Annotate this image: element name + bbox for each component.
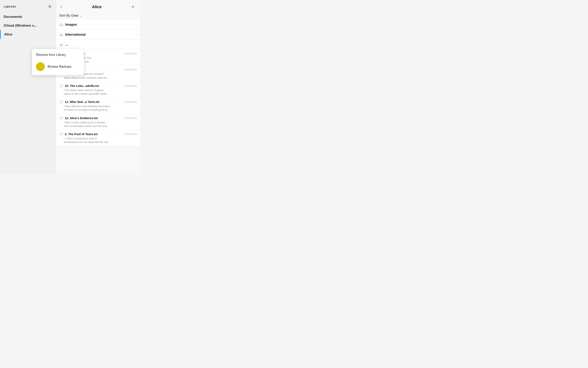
file-date: 11/11/2024 <box>124 100 137 103</box>
chevron-right-icon: › <box>51 15 52 18</box>
file-header: 📄 11. Who Stol...e Tarts.txt 11/11/2024 <box>59 100 137 104</box>
list-item[interactable]: 📄 10. The Lobs...adrille.txt 11/11/2024 … <box>56 82 140 98</box>
file-list: 🗂 Images › 🗂 International › 🗂 ... 📄 ...… <box>56 20 140 174</box>
file-date: 11/11/2024 <box>124 52 137 55</box>
sidebar: LIBRARY ⚙ Documents › iCloud (Windows s.… <box>0 0 56 174</box>
folder-item-international[interactable]: 🗂 International › <box>56 30 140 40</box>
sidebar-item-icloud-label: iCloud (Windows s... <box>4 24 37 28</box>
folder-images-label: Images <box>65 23 77 27</box>
sidebar-item-alice[interactable]: Alice › <box>0 30 56 39</box>
folder-item-partial-left: 🗂 ... <box>59 42 68 47</box>
folder-partial-label: ... <box>65 43 68 47</box>
browse-backups-label: Browse Backups <box>48 65 71 68</box>
file-icon: 📄 <box>59 84 63 88</box>
sort-button[interactable]: Sort By Date ⌄ <box>59 14 82 18</box>
remove-from-library-label: Remove from Library <box>36 53 66 57</box>
file-name: 12. Alice's Evidence.txt <box>65 116 98 120</box>
file-icon: 📄 <box>59 132 63 136</box>
library-title: LIBRARY <box>4 5 17 8</box>
file-name: 10. The Lobs...adrille.txt <box>65 84 99 87</box>
file-date: 11/11/2024 <box>124 117 137 120</box>
main-panel: ‹ Alice + Sort By Date ⌄ 🗂 Images › 🗂 In… <box>56 0 140 174</box>
sidebar-item-icloud[interactable]: iCloud (Windows s... › <box>0 21 56 30</box>
list-item[interactable]: 📄 12. Alice's Evidence.txt 11/11/2024 *A… <box>56 114 140 130</box>
back-button[interactable]: ‹ <box>59 3 63 10</box>
sort-chevron-icon: ⌄ <box>79 14 82 17</box>
sort-label: Sort By Date <box>59 14 79 18</box>
file-date: 11/11/2024 <box>124 84 137 87</box>
remove-from-library-button[interactable]: Remove from Library <box>32 50 84 59</box>
file-icon: 📄 <box>59 100 63 104</box>
folder-item-partial[interactable]: 🗂 ... <box>56 40 140 50</box>
list-item[interactable]: 📄 2. The Pool of Tears.txt 11/11/2024 > … <box>56 130 140 146</box>
settings-button[interactable]: ⚙ <box>47 4 52 9</box>
folder-item-images[interactable]: 🗂 Images › <box>56 20 140 30</box>
file-name: 2. The Pool of Tears.txt <box>65 132 98 136</box>
file-header: 📄 10. The Lobs...adrille.txt 11/11/2024 <box>59 84 137 88</box>
file-name: 11. Who Stol...e Tarts.txt <box>65 100 99 103</box>
folder-item-international-left: 🗂 International <box>59 32 86 37</box>
file-preview: *The Mock Turtle and the Gryphon dance t… <box>59 89 137 96</box>
folder-item-images-left: 🗂 Images <box>59 22 77 27</box>
sidebar-header: LIBRARY ⚙ <box>0 0 56 12</box>
context-menu: Remove from Library Browse Backups <box>32 49 84 75</box>
main-header: ‹ Alice + <box>56 0 140 12</box>
chevron-right-icon: › <box>51 24 52 27</box>
folder-international-label: International <box>65 33 86 37</box>
list-item[interactable]: 📄 11. Who Stol...e Tarts.txt 11/11/2024 … <box>56 98 140 114</box>
file-header: 📄 2. The Pool of Tears.txt 11/11/2024 <box>59 132 137 136</box>
chevron-right-icon: › <box>136 23 137 26</box>
browse-backups-icon <box>36 62 45 71</box>
file-header: 📄 12. Alice's Evidence.txt 11/11/2024 <box>59 116 137 120</box>
file-preview: *Alice is then called up as a witness. S… <box>59 121 137 128</box>
sort-row: Sort By Date ⌄ <box>56 12 140 20</box>
folder-icon: 🗂 <box>59 22 63 27</box>
file-preview: *Alice attends a trial whereby the Knave… <box>59 104 137 112</box>
browse-backups-button[interactable]: Browse Backups <box>32 59 84 74</box>
sidebar-item-alice-label: Alice <box>4 32 12 37</box>
chevron-right-icon: › <box>51 33 52 36</box>
add-button[interactable]: + <box>130 3 136 10</box>
file-date: 11/11/2024 <box>124 68 137 71</box>
folder-icon: 🗂 <box>59 42 63 47</box>
file-preview: > *Alice is growing to such a tremendous… <box>59 137 137 144</box>
page-title: Alice <box>92 5 102 9</box>
chevron-right-icon: › <box>136 33 137 36</box>
sidebar-item-documents-label: Documents <box>4 15 22 19</box>
file-icon: 📄 <box>59 116 63 120</box>
sidebar-item-documents[interactable]: Documents › <box>0 12 56 21</box>
file-date: 11/11/2024 <box>124 133 137 136</box>
folder-icon: 🗂 <box>59 32 63 37</box>
